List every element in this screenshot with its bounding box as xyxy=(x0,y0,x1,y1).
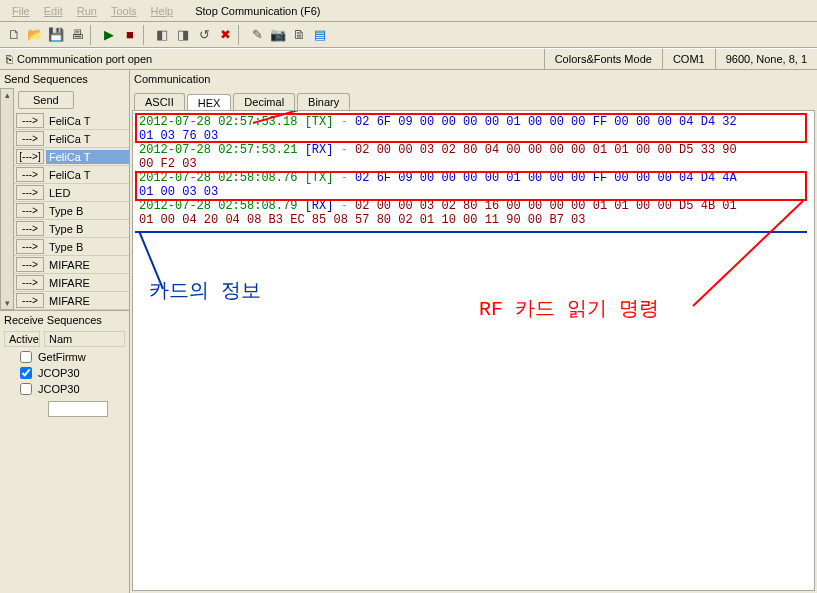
sequence-row[interactable]: --->MIFARE xyxy=(14,256,129,274)
receive-input[interactable] xyxy=(48,401,108,417)
sequence-row[interactable]: --->MIFARE xyxy=(14,274,129,292)
log-line: 2012-07-28 02:57:53.18 [TX] - 02 6F 09 0… xyxy=(139,115,808,129)
tab-binary[interactable]: Binary xyxy=(297,93,350,110)
menu-stop-communication[interactable]: Stop Communication (F6) xyxy=(189,3,326,19)
sequence-name: FeliCa T xyxy=(46,114,129,128)
sequence-row[interactable]: --->Type B xyxy=(14,220,129,238)
menu-edit[interactable]: Edit xyxy=(38,3,69,19)
sequence-row[interactable]: --->Type B xyxy=(14,202,129,220)
log-line: 01 03 76 03 xyxy=(139,129,808,143)
sequence-row[interactable]: --->LED xyxy=(14,184,129,202)
print-icon[interactable]: 🖶 xyxy=(67,25,87,45)
sequence-row[interactable]: --->MIFARE xyxy=(14,292,129,310)
sequence-send-button[interactable]: ---> xyxy=(16,239,44,254)
camera-icon[interactable]: 📷 xyxy=(268,25,288,45)
terminal-icon[interactable]: ▤ xyxy=(310,25,330,45)
scroll-down-icon[interactable]: ▾ xyxy=(1,297,13,309)
sequence-send-button[interactable]: ---> xyxy=(16,257,44,272)
sequence-send-button[interactable]: ---> xyxy=(16,131,44,146)
left-column: Send Sequences ▴ ▾ Send --->FeliCa T--->… xyxy=(0,70,130,593)
toolbar-separator xyxy=(238,25,244,45)
receive-name: GetFirmw xyxy=(38,351,86,363)
receive-row: JCOP30 xyxy=(0,381,129,397)
receive-active-checkbox[interactable] xyxy=(20,383,32,395)
sequence-send-button[interactable]: ---> xyxy=(16,113,44,128)
annotation-line-card-info xyxy=(135,231,807,233)
sequence-name: Type B xyxy=(46,222,129,236)
receive-name: JCOP30 xyxy=(38,367,80,379)
toolbar-separator xyxy=(143,25,149,45)
sequence-send-button[interactable]: ---> xyxy=(16,275,44,290)
save-icon[interactable]: 💾 xyxy=(46,25,66,45)
annotation-rf-read: RF 카드 읽기 명령 xyxy=(479,303,659,317)
sequence-row[interactable]: --->Type B xyxy=(14,238,129,256)
tab-decimal[interactable]: Decimal xyxy=(233,93,295,110)
sequence-send-button[interactable]: [--->] xyxy=(16,149,44,164)
tab-hex[interactable]: HEX xyxy=(187,94,232,111)
open-icon[interactable]: 📂 xyxy=(25,25,45,45)
sequence-row[interactable]: --->FeliCa T xyxy=(14,130,129,148)
sequence-name: MIFARE xyxy=(46,276,129,290)
receive-row: JCOP30 xyxy=(0,365,129,381)
status-settings: 9600, None, 8, 1 xyxy=(715,49,817,69)
statusbar: ⎘ Commmunication port open Colors&Fonts … xyxy=(0,48,817,70)
stop-icon[interactable]: ■ xyxy=(120,25,140,45)
toggle-icon[interactable]: ◧ xyxy=(152,25,172,45)
view-tabs: ASCII HEX Decimal Binary xyxy=(130,88,817,110)
port-status-icon: ⎘ xyxy=(6,53,13,65)
menu-tools[interactable]: Tools xyxy=(105,3,143,19)
receive-active-checkbox[interactable] xyxy=(20,367,32,379)
play-icon[interactable]: ▶ xyxy=(99,25,119,45)
tab-ascii[interactable]: ASCII xyxy=(134,93,185,110)
sequence-send-button[interactable]: ---> xyxy=(16,167,44,182)
toggle2-icon[interactable]: ◨ xyxy=(173,25,193,45)
cancel-icon[interactable]: ✖ xyxy=(215,25,235,45)
new-icon[interactable]: 🗋 xyxy=(4,25,24,45)
send-button[interactable]: Send xyxy=(18,91,74,109)
log-line: 01 00 04 20 04 08 B3 EC 85 08 57 80 02 0… xyxy=(139,213,808,227)
sequence-name: FeliCa T xyxy=(46,132,129,146)
menu-help[interactable]: Help xyxy=(145,3,180,19)
svg-line-1 xyxy=(139,231,163,289)
log-line: 2012-07-28 02:57:53.21 [RX] - 02 00 00 0… xyxy=(139,143,808,157)
communication-title: Communication xyxy=(130,70,817,88)
status-port: COM1 xyxy=(662,49,715,69)
doc-icon[interactable]: 🗎 xyxy=(289,25,309,45)
menu-run[interactable]: Run xyxy=(71,3,103,19)
sequence-name: LED xyxy=(46,186,129,200)
sequence-send-button[interactable]: ---> xyxy=(16,221,44,236)
receive-sequences-title: Receive Sequences xyxy=(0,311,129,329)
log-area[interactable]: 2012-07-28 02:57:53.18 [TX] - 02 6F 09 0… xyxy=(132,110,815,591)
sequence-name: FeliCa T xyxy=(46,150,129,164)
refresh-icon[interactable]: ↺ xyxy=(194,25,214,45)
status-mode: Colors&Fonts Mode xyxy=(544,49,662,69)
receive-active-checkbox[interactable] xyxy=(20,351,32,363)
sequence-row[interactable]: --->FeliCa T xyxy=(14,112,129,130)
log-line: 01 00 03 03 xyxy=(139,185,808,199)
annotation-card-info: 카드의 정보 xyxy=(149,285,261,299)
sequence-send-button[interactable]: ---> xyxy=(16,185,44,200)
log-line: 2012-07-28 02:58:08.76 [TX] - 02 6F 09 0… xyxy=(139,171,808,185)
sequence-row[interactable]: [--->]FeliCa T xyxy=(14,148,129,166)
sequence-name: FeliCa T xyxy=(46,168,129,182)
sequence-name: MIFARE xyxy=(46,294,129,308)
edit-icon[interactable]: ✎ xyxy=(247,25,267,45)
scroll-up-icon[interactable]: ▴ xyxy=(1,89,13,101)
communication-column: Communication ASCII HEX Decimal Binary 2… xyxy=(130,70,817,593)
menu-file[interactable]: File xyxy=(6,3,36,19)
port-status-text: Commmunication port open xyxy=(17,53,152,65)
sequence-send-button[interactable]: ---> xyxy=(16,293,44,308)
send-scrollbar[interactable]: ▴ ▾ xyxy=(0,88,14,310)
send-list: Send --->FeliCa T--->FeliCa T[--->]FeliC… xyxy=(14,88,129,310)
receive-row: GetFirmw xyxy=(0,349,129,365)
toolbar-separator xyxy=(90,25,96,45)
log-line: 2012-07-28 02:58:08.79 [RX] - 02 00 00 0… xyxy=(139,199,808,213)
sequence-name: Type B xyxy=(46,240,129,254)
recv-col-name: Nam xyxy=(44,331,125,347)
sequence-name: MIFARE xyxy=(46,258,129,272)
sequence-name: Type B xyxy=(46,204,129,218)
sequence-send-button[interactable]: ---> xyxy=(16,203,44,218)
receive-name: JCOP30 xyxy=(38,383,80,395)
sequence-row[interactable]: --->FeliCa T xyxy=(14,166,129,184)
recv-col-active: Active xyxy=(4,331,40,347)
